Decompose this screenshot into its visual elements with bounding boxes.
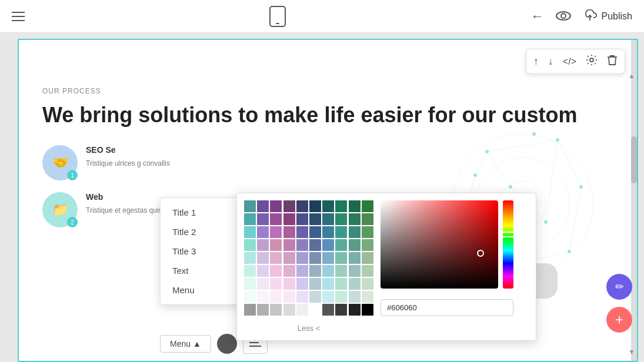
color-swatch[interactable] (270, 265, 282, 277)
color-swatch[interactable] (296, 265, 308, 277)
color-swatch[interactable] (244, 213, 256, 225)
color-swatch[interactable] (349, 226, 361, 238)
color-swatch[interactable] (296, 226, 308, 238)
gradient-canvas[interactable] (381, 200, 498, 289)
color-swatch[interactable] (322, 278, 334, 290)
context-item-text[interactable]: Text (161, 261, 242, 280)
hue-rainbow-bar[interactable] (503, 200, 513, 289)
color-swatch[interactable] (296, 213, 308, 225)
color-swatch[interactable] (270, 200, 282, 212)
color-swatch[interactable] (309, 213, 321, 225)
color-swatch[interactable] (257, 278, 269, 290)
color-swatch[interactable] (322, 239, 334, 251)
color-swatch[interactable] (244, 252, 256, 264)
color-swatch[interactable] (257, 213, 269, 225)
scrollbar[interactable] (631, 40, 637, 361)
color-swatch[interactable] (362, 278, 373, 290)
preview-eye-icon[interactable] (556, 9, 571, 24)
color-swatch[interactable] (362, 200, 373, 212)
color-swatch[interactable] (335, 200, 347, 212)
context-item-menu[interactable]: Menu (161, 280, 242, 300)
color-swatch[interactable] (296, 239, 308, 251)
color-swatch[interactable] (335, 226, 347, 238)
color-swatch[interactable] (349, 265, 361, 277)
color-swatch[interactable] (244, 265, 256, 277)
color-swatch[interactable] (283, 304, 295, 316)
color-swatch[interactable] (309, 252, 321, 264)
color-swatch[interactable] (244, 278, 256, 290)
hamburger-menu-icon[interactable] (12, 12, 25, 21)
color-swatch[interactable] (322, 252, 334, 264)
color-swatch[interactable] (283, 213, 295, 225)
color-swatch[interactable] (270, 226, 282, 238)
color-swatch[interactable] (322, 200, 334, 212)
color-swatch[interactable] (335, 213, 347, 225)
back-arrow-icon[interactable]: ← (531, 9, 544, 24)
color-swatch[interactable] (283, 252, 295, 264)
arrow-down-icon[interactable]: ↓ (548, 55, 553, 68)
color-swatch[interactable] (257, 304, 269, 316)
color-swatch[interactable] (244, 226, 256, 238)
color-swatch[interactable] (362, 213, 373, 225)
color-swatch[interactable] (309, 291, 321, 303)
circle-color-button[interactable] (217, 334, 237, 354)
color-swatch[interactable] (335, 291, 347, 303)
color-swatch[interactable] (322, 265, 334, 277)
color-swatch[interactable] (349, 200, 361, 212)
less-button[interactable]: Less < (244, 324, 373, 333)
color-swatch[interactable] (296, 278, 308, 290)
color-swatch[interactable] (296, 291, 308, 303)
color-swatch[interactable] (362, 252, 373, 264)
color-swatch[interactable] (244, 291, 256, 303)
color-swatch[interactable] (283, 265, 295, 277)
color-swatch[interactable] (362, 304, 373, 316)
color-swatch[interactable] (270, 252, 282, 264)
color-swatch[interactable] (362, 239, 373, 251)
color-swatch[interactable] (283, 200, 295, 212)
color-swatch[interactable] (244, 304, 256, 316)
color-swatch[interactable] (362, 265, 373, 277)
color-swatch[interactable] (309, 265, 321, 277)
context-item-title2[interactable]: Title 2 (161, 222, 242, 242)
color-swatch[interactable] (257, 226, 269, 238)
color-swatch[interactable] (257, 291, 269, 303)
color-swatch[interactable] (244, 200, 256, 212)
context-item-title1[interactable]: Title 1 (161, 203, 242, 222)
color-swatch[interactable] (362, 226, 373, 238)
color-swatch[interactable] (322, 213, 334, 225)
fab-edit-button[interactable]: ✏ (606, 274, 632, 300)
scroll-up-icon[interactable]: ▲ (628, 72, 635, 80)
trash-icon[interactable] (607, 54, 618, 69)
scroll-down-icon[interactable]: ▼ (628, 348, 635, 356)
color-swatch[interactable] (335, 304, 347, 316)
menu-dropdown-button[interactable]: Menu ▲ (160, 335, 211, 353)
color-swatch[interactable] (349, 252, 361, 264)
color-swatch[interactable] (257, 252, 269, 264)
color-swatch[interactable] (335, 265, 347, 277)
color-swatch[interactable] (283, 226, 295, 238)
color-swatch[interactable] (322, 226, 334, 238)
color-swatch[interactable] (335, 252, 347, 264)
color-swatch[interactable] (322, 291, 334, 303)
hex-input[interactable] (381, 299, 513, 316)
color-swatch[interactable] (309, 304, 321, 316)
color-swatch[interactable] (270, 304, 282, 316)
code-icon[interactable]: </> (563, 56, 576, 67)
color-swatch[interactable] (270, 278, 282, 290)
color-swatch[interactable] (362, 291, 373, 303)
color-swatch[interactable] (296, 200, 308, 212)
color-swatch[interactable] (257, 265, 269, 277)
color-swatch[interactable] (335, 239, 347, 251)
context-item-title3[interactable]: Title 3 (161, 242, 242, 261)
color-swatch[interactable] (244, 239, 256, 251)
color-swatch[interactable] (335, 278, 347, 290)
settings-gear-icon[interactable] (586, 54, 598, 69)
color-swatch[interactable] (270, 213, 282, 225)
color-swatch[interactable] (309, 278, 321, 290)
color-swatch[interactable] (322, 304, 334, 316)
color-swatch[interactable] (283, 291, 295, 303)
context-dropdown[interactable]: Title 1 Title 2 Title 3 Text Menu (160, 197, 242, 305)
arrow-up-icon[interactable]: ↑ (533, 55, 539, 68)
color-swatch[interactable] (270, 291, 282, 303)
color-swatch[interactable] (349, 278, 361, 290)
